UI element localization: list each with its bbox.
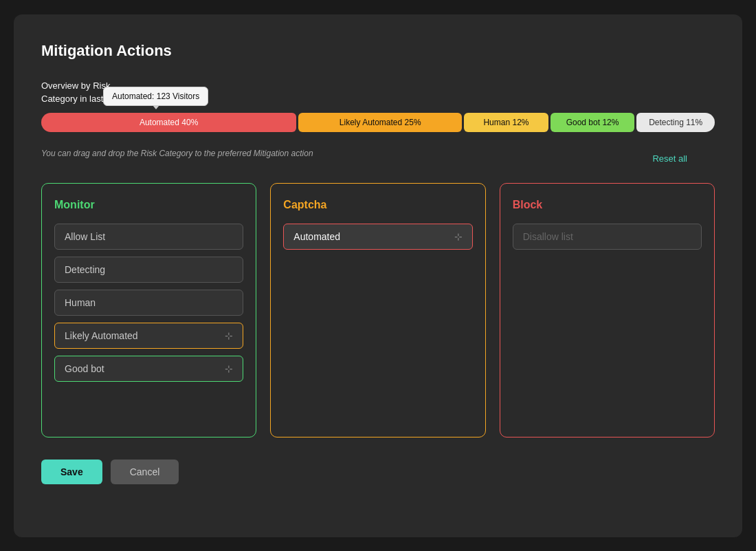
tag-label: Human: [65, 297, 96, 308]
bar-likely-automated: Likely Automated 25%: [298, 113, 462, 132]
monitor-title: Monitor: [54, 199, 243, 211]
bar-automated: Automated 40%: [41, 113, 296, 132]
list-item[interactable]: Good bot ⊹: [54, 356, 243, 382]
drag-icon: ⊹: [225, 330, 233, 341]
columns-row: Monitor Allow List Detecting Human Likel…: [41, 183, 715, 437]
tag-label: Automated: [293, 231, 340, 242]
tag-label: Allow List: [65, 231, 105, 242]
bar-goodbot: Good bot 12%: [551, 113, 635, 132]
save-button[interactable]: Save: [41, 460, 102, 484]
list-item[interactable]: Human: [54, 290, 243, 316]
drag-icon: ⊹: [225, 363, 233, 374]
hint-row: You can drag and drop the Risk Category …: [41, 149, 715, 169]
tag-label: Detecting: [65, 264, 105, 275]
cancel-button[interactable]: Cancel: [111, 460, 179, 484]
tag-label: Likely Automated: [65, 330, 138, 341]
monitor-column: Monitor Allow List Detecting Human Likel…: [41, 183, 256, 437]
reset-all-button[interactable]: Reset all: [652, 153, 687, 164]
disallow-tag[interactable]: Disallow list: [513, 224, 702, 250]
list-item[interactable]: Detecting: [54, 257, 243, 283]
bar-detecting: Detecting 11%: [636, 113, 715, 132]
main-window: Mitigation Actions Overview by Risk Cate…: [14, 14, 742, 537]
tag-label: Disallow list: [523, 231, 573, 242]
block-column: Block Disallow list: [500, 183, 715, 437]
list-item[interactable]: Allow List: [54, 224, 243, 250]
bar-container: Automated: 123 Visitors Automated 40% Li…: [41, 113, 715, 132]
captcha-title: Captcha: [283, 199, 472, 211]
list-item[interactable]: Likely Automated ⊹: [54, 323, 243, 349]
footer-buttons: Save Cancel: [41, 460, 715, 484]
tag-label: Good bot: [65, 363, 104, 374]
progress-bar: Automated 40% Likely Automated 25% Human…: [41, 113, 715, 132]
page-title: Mitigation Actions: [41, 42, 715, 60]
overview-section: Overview by Risk Category in last 30 day…: [41, 79, 715, 132]
drag-icon: ⊹: [454, 231, 463, 242]
captcha-column: Captcha Automated ⊹: [270, 183, 485, 437]
bar-human: Human 12%: [464, 113, 548, 132]
hint-text: You can drag and drop the Risk Category …: [41, 149, 313, 158]
block-title: Block: [513, 199, 702, 211]
automated-tag[interactable]: Automated ⊹: [283, 224, 472, 250]
tooltip-box: Automated: 123 Visitors: [103, 87, 208, 106]
